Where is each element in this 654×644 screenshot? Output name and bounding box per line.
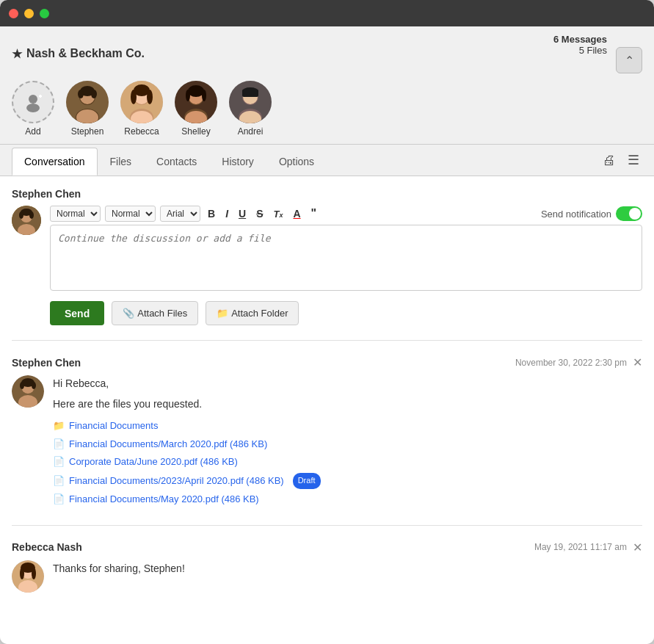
svg-point-10 bbox=[78, 90, 84, 98]
send-notification-label: Send notification bbox=[541, 209, 611, 220]
message-2-avatar bbox=[12, 560, 44, 593]
tab-options[interactable]: Options bbox=[266, 148, 327, 176]
quote-button[interactable]: " bbox=[308, 206, 320, 222]
tabs-right-actions: 🖨 ☰ bbox=[600, 149, 642, 171]
style1-select[interactable]: Normal bbox=[50, 206, 101, 222]
company-name: ★ Nash & Beckham Co. bbox=[12, 47, 145, 61]
message-2-sender: Rebecca Nash bbox=[12, 541, 82, 553]
svg-point-19 bbox=[147, 90, 153, 104]
message-2-time: May 19, 2021 11:17 am ✕ bbox=[534, 540, 642, 554]
message-1: Stephen Chen November 30, 2022 2:30 pm ✕ bbox=[12, 355, 642, 510]
svg-point-27 bbox=[202, 90, 206, 101]
attach-folder-button[interactable]: 📁 Attach Folder bbox=[206, 301, 299, 325]
messages-count: 6 Messages bbox=[553, 34, 607, 45]
tab-contacts[interactable]: Contacts bbox=[144, 148, 209, 176]
message-1-avatar bbox=[12, 375, 44, 408]
maximize-button[interactable] bbox=[40, 9, 49, 18]
svg-point-51 bbox=[20, 568, 24, 579]
print-button[interactable]: 🖨 bbox=[600, 150, 619, 171]
message-1-text: Hi Rebecca, Here are the files you reque… bbox=[53, 375, 321, 510]
message-1-line-1: Hi Rebecca, bbox=[53, 375, 321, 391]
menu-button[interactable]: ☰ bbox=[625, 149, 642, 171]
file-item-pdf-3[interactable]: 📄 Financial Documents/2023/April 2020.pd… bbox=[53, 473, 321, 489]
minimize-button[interactable] bbox=[24, 9, 34, 18]
svg-point-52 bbox=[32, 568, 36, 579]
message-1-sender: Stephen Chen bbox=[12, 357, 81, 369]
message-divider-2 bbox=[12, 525, 642, 526]
file-item-folder[interactable]: 📁 Financial Documents bbox=[53, 419, 321, 434]
files-count: 5 Files bbox=[553, 45, 607, 56]
attach-files-button[interactable]: 📎 Attach Files bbox=[112, 301, 198, 325]
file-item-pdf-1[interactable]: 📄 Financial Documents/March 2020.pdf (48… bbox=[53, 437, 321, 452]
message-1-files: 📁 Financial Documents 📄 Financial Docume… bbox=[53, 419, 321, 507]
message-input[interactable] bbox=[50, 225, 642, 291]
message-1-close[interactable]: ✕ bbox=[633, 355, 642, 369]
message-1-line-2: Here are the files you requested. bbox=[53, 396, 321, 412]
shelley-label: Shelley bbox=[181, 126, 210, 137]
pdf-icon-3: 📄 bbox=[53, 474, 65, 489]
svg-point-11 bbox=[91, 90, 97, 98]
svg-point-45 bbox=[20, 382, 24, 389]
svg-point-1 bbox=[26, 104, 40, 112]
underline-button[interactable]: U bbox=[236, 206, 249, 221]
strikethrough-button[interactable]: S bbox=[253, 206, 266, 221]
folder-icon: 📁 bbox=[217, 308, 228, 319]
font-select[interactable]: Arial bbox=[160, 206, 200, 222]
message-1-time: November 30, 2022 2:30 pm ✕ bbox=[515, 355, 642, 369]
tab-conversation[interactable]: Conversation bbox=[12, 148, 98, 176]
message-2-body: Thanks for sharing, Stephen! bbox=[12, 560, 642, 593]
style2-select[interactable]: Normal bbox=[105, 206, 156, 222]
toggle-switch[interactable] bbox=[616, 206, 642, 221]
contact-shelley[interactable]: Shelley bbox=[175, 81, 217, 137]
add-label: Add bbox=[25, 126, 40, 137]
collapse-button[interactable]: ⌃ bbox=[616, 47, 642, 73]
app-window: ★ Nash & Beckham Co. 6 Messages 5 Files … bbox=[0, 0, 654, 644]
traffic-lights bbox=[9, 9, 49, 18]
star-icon: ★ bbox=[12, 47, 22, 61]
message-divider bbox=[12, 340, 642, 341]
add-avatar bbox=[12, 81, 54, 123]
bold-button[interactable]: B bbox=[205, 206, 218, 221]
text-color-button[interactable]: A bbox=[290, 206, 303, 221]
compose-area: Normal Normal Arial B I U S Tx A " bbox=[12, 206, 642, 325]
svg-point-26 bbox=[186, 90, 190, 101]
tab-files[interactable]: Files bbox=[98, 148, 145, 176]
tab-history[interactable]: History bbox=[209, 148, 266, 176]
compose-body: Normal Normal Arial B I U S Tx A " bbox=[50, 206, 642, 325]
pdf-icon-4: 📄 bbox=[53, 492, 65, 507]
add-contact-button[interactable]: Add bbox=[12, 81, 54, 137]
toggle-knob bbox=[629, 208, 641, 220]
italic-button[interactable]: I bbox=[222, 206, 231, 221]
rebecca-avatar bbox=[120, 81, 163, 123]
file-item-pdf-2[interactable]: 📄 Corporate Data/June 2020.pdf (486 KB) bbox=[53, 455, 321, 470]
contact-andrei[interactable]: Andrei bbox=[229, 81, 272, 137]
message-1-avatar-img bbox=[12, 375, 44, 408]
svg-point-46 bbox=[32, 382, 36, 389]
svg-point-18 bbox=[131, 90, 137, 104]
pdf-icon-2: 📄 bbox=[53, 455, 65, 470]
send-button[interactable]: Send bbox=[50, 301, 104, 325]
tabs-bar: Conversation Files Contacts History Opti… bbox=[0, 145, 654, 176]
contacts-row: Add Stephen bbox=[12, 81, 642, 137]
shelley-avatar-img bbox=[175, 81, 217, 123]
draft-badge: Draft bbox=[293, 473, 321, 489]
clear-format-button[interactable]: Tx bbox=[270, 207, 286, 221]
file-item-pdf-4[interactable]: 📄 Financial Documents/May 2020.pdf (486 … bbox=[53, 492, 321, 507]
folder-icon: 📁 bbox=[53, 419, 65, 434]
andrei-avatar bbox=[229, 81, 272, 123]
titlebar bbox=[0, 0, 654, 26]
andrei-label: Andrei bbox=[238, 126, 264, 137]
rebecca-avatar-img bbox=[120, 81, 163, 123]
message-2-close[interactable]: ✕ bbox=[633, 540, 642, 554]
message-2-meta: Rebecca Nash May 19, 2021 11:17 am ✕ bbox=[12, 540, 642, 554]
chevron-up-icon: ⌃ bbox=[625, 54, 634, 68]
header: ★ Nash & Beckham Co. 6 Messages 5 Files … bbox=[0, 26, 654, 145]
contact-stephen[interactable]: Stephen bbox=[66, 81, 109, 137]
rebecca-label: Rebecca bbox=[124, 126, 159, 137]
close-button[interactable] bbox=[9, 9, 18, 18]
svg-point-25 bbox=[188, 85, 204, 97]
compose-header-label: Stephen Chen bbox=[12, 188, 642, 200]
attach-icon: 📎 bbox=[123, 308, 134, 319]
contact-rebecca[interactable]: Rebecca bbox=[120, 81, 163, 137]
message-2-text: Thanks for sharing, Stephen! bbox=[53, 560, 185, 593]
